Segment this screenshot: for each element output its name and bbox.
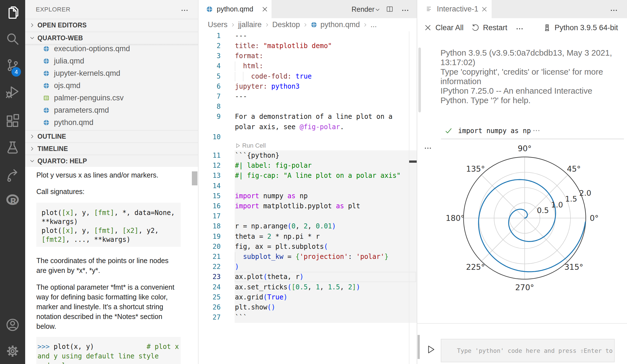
breadcrumb-item[interactable]: ... bbox=[371, 20, 377, 29]
code-line-text: import numpy as np bbox=[235, 191, 308, 201]
cell-success-check-icon bbox=[444, 127, 453, 135]
tab-close-icon[interactable] bbox=[261, 6, 268, 13]
code-token: : bbox=[348, 253, 356, 261]
breadcrumb-item[interactable]: jjallaire bbox=[238, 20, 262, 29]
code-token: ( bbox=[287, 283, 291, 291]
breadcrumb-item[interactable]: python.qmd bbox=[320, 20, 360, 29]
code-token: 'polar' bbox=[356, 253, 385, 261]
code-token: jupyter: bbox=[235, 82, 267, 90]
restart-button[interactable]: Restart bbox=[471, 18, 507, 37]
file-name: parameters.qmd bbox=[54, 106, 109, 115]
activity-run-debug-icon[interactable] bbox=[0, 79, 25, 104]
toolbar-more-button[interactable] bbox=[516, 18, 523, 37]
input-scrollbar-thumb[interactable] bbox=[418, 335, 420, 359]
code-line-text: title: "matplotlib demo" bbox=[235, 41, 332, 51]
quarto-help-content: Plot y versus x as lines and/or markers.… bbox=[25, 167, 198, 364]
code-token: [x] bbox=[62, 227, 74, 235]
plot-cell-more-icon[interactable] bbox=[425, 146, 431, 151]
tree-item-ojs.qmd[interactable]: ojs.qmd bbox=[25, 79, 198, 92]
code-token: , bbox=[308, 283, 316, 291]
code-token: . bbox=[340, 123, 344, 131]
section-label: QUARTO: HELP bbox=[37, 157, 87, 165]
code-line-12: 12#| label: fig-polar bbox=[199, 160, 417, 171]
activity-files-icon[interactable] bbox=[0, 0, 25, 25]
code-line-text: polar axis, see @fig-polar. bbox=[235, 122, 344, 132]
code-token: ( bbox=[287, 222, 291, 230]
editor-tab-bar: python.qmd Render bbox=[199, 0, 417, 18]
render-chevron-icon[interactable] bbox=[374, 7, 381, 13]
line-number: 17 bbox=[199, 211, 221, 221]
render-button[interactable]: Render bbox=[352, 0, 374, 18]
sidebar-section-outline[interactable]: OUTLINE bbox=[25, 130, 198, 142]
theta-tick-label: 225° bbox=[466, 263, 485, 272]
code-line-text: ```{python} bbox=[235, 150, 279, 161]
code-line-27: 27``` bbox=[199, 312, 417, 323]
interactive-window: Interactive-1 Clear AllRestartPython 3.9… bbox=[417, 0, 627, 364]
sidebar-section-quarto-help[interactable]: QUARTO: HELP bbox=[25, 155, 198, 167]
activity-quarto-icon[interactable] bbox=[0, 162, 25, 187]
line-number: 16 bbox=[199, 201, 221, 211]
code-token: ``` bbox=[235, 313, 247, 321]
run-cell-codelens[interactable]: Run Cell bbox=[235, 141, 266, 150]
breadcrumb-item[interactable]: Users bbox=[208, 20, 228, 29]
code-token: ( bbox=[324, 243, 328, 250]
line-number: 21 bbox=[199, 252, 221, 262]
clear-all-button[interactable]: Clear All bbox=[424, 18, 464, 37]
explorer-more-actions-icon[interactable] bbox=[181, 8, 188, 13]
output-scrollbar-thumb[interactable] bbox=[418, 48, 421, 112]
code-line-13: 13#| fig-cap: "A line plot on a polar ax… bbox=[199, 171, 417, 181]
activity-r-language-icon[interactable]: R bbox=[0, 187, 25, 212]
tree-item-python.qmd[interactable]: python.qmd bbox=[25, 116, 198, 129]
activity-extensions-icon[interactable] bbox=[0, 108, 25, 133]
activity-settings-gear-icon[interactable] bbox=[0, 339, 25, 364]
tree-item-palmer-penguins.csv[interactable]: palmer-penguins.csv bbox=[25, 92, 198, 104]
split-editor-icon[interactable] bbox=[386, 5, 393, 13]
code-token: , *, data=None, bbox=[114, 209, 175, 217]
tree-item-execution-options.qmd[interactable]: execution-options.qmd bbox=[25, 42, 198, 55]
code-editor[interactable]: 1---2title: "matplotlib demo"3format:4 h… bbox=[199, 31, 417, 364]
run-input-play-icon[interactable] bbox=[425, 344, 436, 355]
polar-plot: 0°45°90°135°180°225°270°315°0.51.01.52.0 bbox=[435, 138, 614, 301]
code-line-text: import matplotlib.pyplot as plt bbox=[235, 201, 360, 211]
activity-search-icon[interactable] bbox=[0, 26, 25, 51]
tree-item-julia.qmd[interactable]: julia.qmd bbox=[25, 55, 198, 67]
code-token: 2 bbox=[267, 233, 271, 240]
cell-more-icon[interactable] bbox=[533, 128, 540, 133]
panel-more-actions-icon[interactable] bbox=[610, 8, 617, 13]
code-token: True bbox=[267, 293, 284, 301]
code-token: ) bbox=[283, 293, 287, 301]
tab-interactive-1[interactable]: Interactive-1 bbox=[417, 0, 492, 18]
code-token: as bbox=[336, 202, 344, 210]
restart-button-icon bbox=[471, 23, 480, 32]
section-label: TIMELINE bbox=[37, 145, 68, 153]
sidebar-title: EXPLORER bbox=[36, 0, 70, 18]
code-token: ax.set_rticks bbox=[235, 283, 287, 291]
activity-source-control-icon[interactable]: 4 bbox=[0, 53, 25, 78]
sidebar-section-timeline[interactable]: TIMELINE bbox=[25, 142, 198, 155]
line-number: 13 bbox=[199, 171, 221, 181]
tab-python-qmd[interactable]: python.qmd bbox=[199, 0, 272, 18]
tab-close-icon[interactable] bbox=[481, 6, 488, 13]
run-cell-play-icon bbox=[235, 143, 241, 148]
sidebar-section-quarto-web[interactable]: QUARTO-WEB bbox=[25, 32, 198, 44]
activity-account-icon[interactable] bbox=[0, 312, 25, 337]
kernel-selector[interactable]: Python 3.9.5 64-bit bbox=[543, 18, 618, 37]
input-separator bbox=[417, 323, 627, 324]
code-token: [fmt2] bbox=[41, 236, 66, 244]
editor-more-actions-icon[interactable] bbox=[402, 8, 409, 13]
tree-item-parameters.qmd[interactable]: parameters.qmd bbox=[25, 104, 198, 116]
code-line-text: --- bbox=[235, 31, 247, 41]
breadcrumb-item[interactable]: Desktop bbox=[272, 20, 300, 29]
interactive-code-input[interactable] bbox=[441, 339, 615, 362]
code-token: , y, bbox=[74, 209, 94, 217]
editor-group: python.qmd Render UsersjjallaireDesktopp… bbox=[198, 0, 416, 364]
tree-item-jupyter-kernels.qmd[interactable]: jupyter-kernels.qmd bbox=[25, 67, 198, 79]
activity-testing-icon[interactable] bbox=[0, 135, 25, 160]
chevron-right-icon bbox=[264, 22, 270, 28]
code-token: title: bbox=[235, 42, 259, 50]
sidebar-section-open-editors[interactable]: OPEN EDITORS bbox=[25, 19, 198, 31]
code-token: ax.grid bbox=[235, 293, 263, 301]
line-number: 6 bbox=[199, 81, 221, 92]
chevron-right-icon bbox=[29, 146, 35, 152]
sidebar-scrollbar-thumb[interactable] bbox=[192, 171, 197, 185]
